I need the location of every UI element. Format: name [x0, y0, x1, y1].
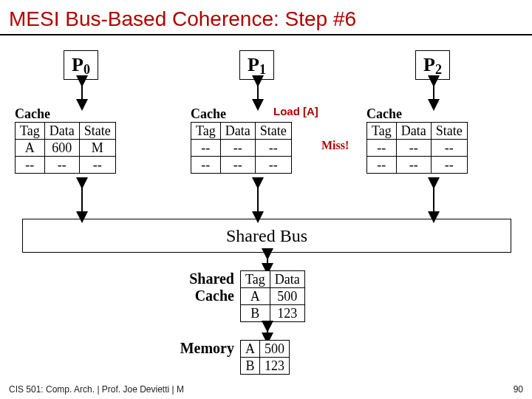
footer-left: CIS 501: Comp. Arch. | Prof. Joe Deviett…	[9, 384, 184, 395]
footer: CIS 501: Comp. Arch. | Prof. Joe Deviett…	[9, 384, 523, 395]
shared-bus: Shared Bus	[22, 219, 511, 253]
cache-p0-table: TagDataState A600M ------	[15, 122, 116, 174]
shared-cache: TagData A500 B123	[240, 270, 305, 322]
table-row: ------	[191, 140, 292, 157]
table-row: A500	[241, 341, 290, 358]
table-row: ------	[367, 140, 468, 157]
p2-label-main: P	[423, 54, 435, 75]
hdr-tag: Tag	[16, 123, 45, 140]
hdr-data: Data	[44, 123, 79, 140]
footer-page-number: 90	[514, 384, 523, 395]
cache-p0-label: Cache	[15, 106, 116, 122]
arrow-cache2-bus	[429, 180, 439, 220]
arrow-p2-cache	[429, 78, 439, 108]
arrow-bus-sharedcache	[262, 251, 273, 272]
cache-p1-table: TagDataState ------ ------	[191, 122, 292, 174]
p0-label-main: P	[72, 54, 83, 75]
table-row: ------	[367, 157, 468, 174]
p1-label-main: P	[248, 54, 259, 75]
arrow-p1-cache	[253, 78, 263, 108]
table-row: A500	[241, 288, 305, 305]
table-row: B123	[241, 305, 305, 322]
table-row: A600M	[16, 140, 116, 157]
p1-label-sub: 1	[259, 62, 266, 77]
table-row: ------	[16, 157, 116, 174]
memory-table: A500 B123	[240, 340, 290, 375]
cache-p2-table: TagDataState ------ ------	[366, 122, 468, 174]
shared-cache-label: Shared Cache	[166, 270, 234, 304]
cache-p2-label: Cache	[366, 106, 468, 122]
memory: A500 B123	[240, 340, 290, 375]
arrow-cache0-bus	[77, 180, 87, 220]
processor-p1: P1	[239, 50, 274, 80]
processor-p0: P0	[64, 50, 98, 80]
page-title: MESI Bus-Based Coherence: Step #6	[0, 0, 532, 35]
miss-annotation: Miss!	[321, 139, 349, 152]
table-row: B123	[241, 358, 290, 375]
cache-p2: Cache TagDataState ------ ------	[366, 106, 468, 174]
arrow-cache1-bus	[253, 180, 263, 220]
table-row: ------	[191, 157, 292, 174]
arrow-p0-cache	[77, 78, 87, 108]
p0-label-sub: 0	[83, 62, 90, 77]
p2-label-sub: 2	[435, 62, 442, 77]
processor-p2: P2	[415, 50, 450, 80]
memory-label: Memory	[166, 340, 234, 357]
cache-p0: Cache TagDataState A600M ------	[15, 106, 116, 174]
arrow-sharedcache-memory	[262, 324, 273, 341]
hdr-state: State	[79, 123, 115, 140]
shared-cache-table: TagData A500 B123	[240, 270, 305, 322]
load-annotation: Load [A]	[273, 105, 318, 117]
diagram-stage: P0 P1 P2 Cache TagDataState A600M ------…	[0, 35, 532, 398]
